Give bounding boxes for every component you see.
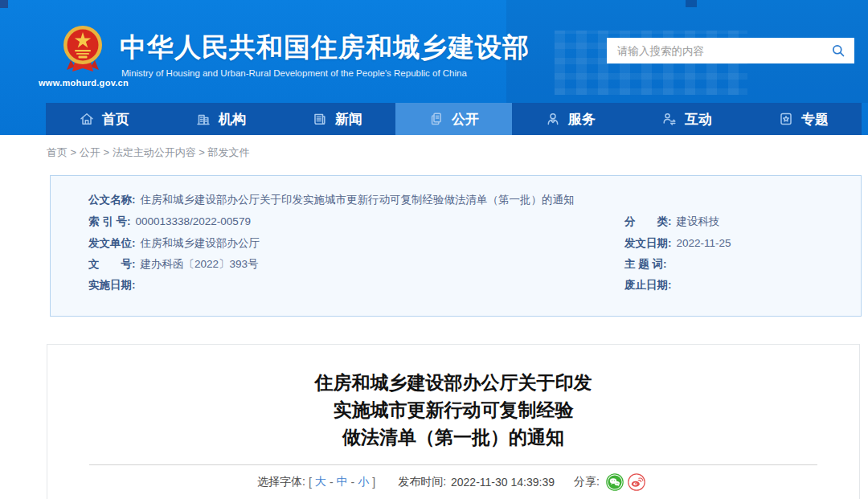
nav-label: 服务: [568, 110, 596, 129]
meta-row-implementation-date: 实施日期:: [88, 278, 141, 292]
search-box: [607, 38, 854, 63]
meta-label: 废止日期:: [624, 279, 672, 291]
nav-item-home[interactable]: 首页: [46, 103, 162, 135]
meta-value: 建设科技: [677, 215, 720, 227]
header-photo-artifact: [686, 0, 697, 7]
nav-item-disclosure[interactable]: 公开: [395, 103, 512, 135]
meta-row-issuing-unit: 发文单位:住房和城乡建设部办公厅: [88, 236, 260, 251]
font-selector-bracket: [: [309, 476, 312, 489]
article-title-line: 做法清单（第一批）的通知: [47, 423, 859, 451]
meta-label: 文 号:: [88, 258, 136, 270]
organization-icon: [195, 111, 211, 127]
meta-label: 发文日期:: [624, 237, 672, 249]
meta-value: 住房和城乡建设部办公厅: [141, 237, 260, 249]
site-subtitle: Ministry of Housing and Urban-Rural Deve…: [121, 68, 467, 78]
disclosure-icon: [428, 111, 444, 127]
article-title: 住房和城乡建设部办公厅关于印发 实施城市更新行动可复制经验 做法清单（第一批）的…: [47, 369, 859, 451]
meta-row-index-number: 索 引 号:000013338/2022-00579: [88, 215, 251, 229]
nav-label: 公开: [452, 110, 479, 129]
meta-row-document-name: 公文名称:住房和城乡建设部办公厅关于印发实施城市更新行动可复制经验做法清单（第一…: [88, 193, 575, 207]
font-size-large-button[interactable]: 大: [315, 475, 326, 489]
nav-label: 互动: [685, 110, 712, 129]
site-title: 中华人民共和国住房和城乡建设部: [120, 30, 530, 66]
nav-label: 新闻: [335, 110, 362, 129]
wechat-share-icon[interactable]: [606, 473, 624, 491]
home-icon: [79, 111, 95, 127]
font-size-small-button[interactable]: 小: [358, 475, 369, 489]
meta-label: 发文单位:: [88, 237, 136, 249]
weibo-share-icon[interactable]: [628, 473, 645, 491]
meta-label: 分 类:: [624, 215, 672, 227]
title-divider: [89, 464, 817, 465]
meta-row-issue-date: 发文日期:2022-11-25: [624, 236, 731, 251]
meta-row-category: 分 类:建设科技: [624, 215, 720, 229]
article-title-line: 住房和城乡建设部办公厅关于印发: [47, 369, 859, 396]
breadcrumb[interactable]: 首页 > 公开 > 法定主动公开内容 > 部发文件: [47, 145, 249, 160]
search-input[interactable]: [617, 45, 831, 57]
document-metadata-box: 公文名称:住房和城乡建设部办公厅关于印发实施城市更新行动可复制经验做法清单（第一…: [50, 175, 862, 317]
font-selector-label: 选择字体:: [257, 475, 305, 489]
publish-time-label: 发布时间:: [398, 475, 446, 489]
meta-label: 主 题 词:: [624, 258, 667, 270]
meta-row-document-number: 文 号:建办科函〔2022〕393号: [88, 257, 259, 272]
nav-item-organization[interactable]: 机构: [162, 103, 279, 135]
meta-row-repeal-date: 废止日期:: [624, 278, 677, 292]
news-icon: [312, 111, 328, 127]
publish-time-value: 2022-11-30 14:39:39: [451, 476, 555, 489]
nav-item-interaction[interactable]: 互动: [628, 103, 745, 135]
nav-label: 专题: [801, 110, 829, 129]
national-emblem-icon: [63, 25, 103, 75]
main-nav: 首页 机构 新闻 公开 服务: [46, 103, 862, 135]
meta-value: 建办科函〔2022〕393号: [141, 258, 259, 270]
nav-label: 首页: [102, 110, 129, 129]
site-url: www.mohurd.gov.cn: [39, 78, 129, 88]
meta-value: 住房和城乡建设部办公厅关于印发实施城市更新行动可复制经验做法清单（第一批）的通知: [141, 194, 575, 206]
font-selector-separator: -: [351, 476, 355, 489]
font-selector-bracket: ]: [372, 476, 375, 489]
nav-label: 机构: [219, 110, 246, 129]
article-box: 住房和城乡建设部办公厅关于印发 实施城市更新行动可复制经验 做法清单（第一批）的…: [47, 344, 860, 499]
nav-item-services[interactable]: 服务: [512, 103, 628, 135]
search-icon[interactable]: [831, 43, 846, 59]
meta-value: 2022-11-25: [677, 237, 731, 249]
nav-item-news[interactable]: 新闻: [279, 103, 395, 135]
font-selector-separator: -: [330, 476, 334, 489]
font-size-medium-button[interactable]: 中: [337, 475, 348, 489]
topics-icon: [778, 111, 794, 127]
page: www.mohurd.gov.cn 中华人民共和国住房和城乡建设部 Minist…: [0, 0, 868, 499]
meta-row-subject-words: 主 题 词:: [624, 257, 672, 272]
meta-label: 索 引 号:: [88, 215, 131, 227]
meta-value: 000013338/2022-00579: [136, 215, 251, 227]
article-info-row: 选择字体: [ 大 - 中 - 小 ] 发布时间: 2022-11-30 14:…: [47, 473, 859, 491]
meta-label: 公文名称:: [88, 194, 136, 206]
meta-label: 实施日期:: [88, 279, 136, 291]
interaction-icon: [661, 111, 678, 127]
services-icon: [545, 111, 561, 127]
share-label: 分享:: [574, 475, 600, 489]
header-photo-artifact: [0, 0, 8, 8]
nav-item-topics[interactable]: 专题: [745, 103, 862, 135]
article-title-line: 实施城市更新行动可复制经验: [47, 396, 859, 423]
